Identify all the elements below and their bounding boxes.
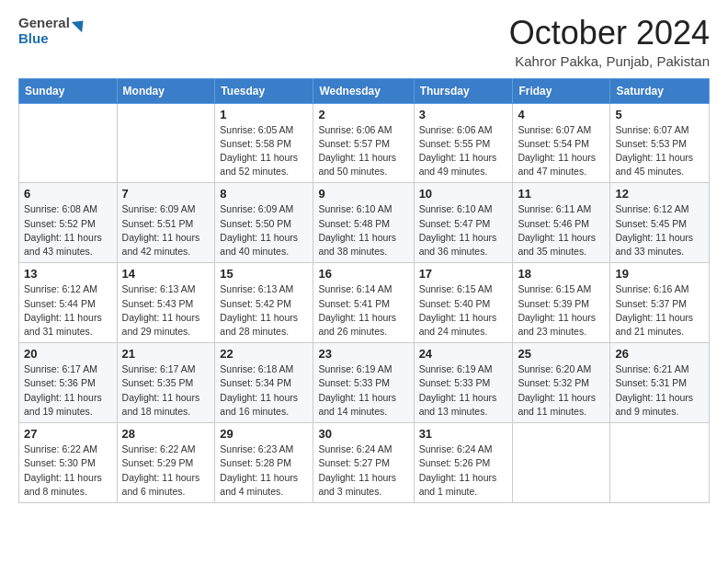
table-row: 31Sunrise: 6:24 AMSunset: 5:26 PMDayligh… [414,423,513,503]
day-number: 8 [220,187,308,201]
table-row: 18Sunrise: 6:15 AMSunset: 5:39 PMDayligh… [513,263,610,343]
col-thursday: Thursday [414,78,513,103]
day-number: 3 [419,108,508,121]
day-number: 6 [24,187,112,201]
day-number: 16 [318,267,408,281]
day-number: 17 [419,267,508,281]
day-info: Sunrise: 6:17 AMSunset: 5:36 PMDaylight:… [24,362,112,419]
table-row: 9Sunrise: 6:10 AMSunset: 5:48 PMDaylight… [313,183,414,263]
day-number: 4 [518,108,605,121]
day-info: Sunrise: 6:22 AMSunset: 5:29 PMDaylight:… [122,442,210,499]
day-info: Sunrise: 6:05 AMSunset: 5:58 PMDaylight:… [220,123,308,179]
table-row: 1Sunrise: 6:05 AMSunset: 5:58 PMDaylight… [215,103,313,183]
table-row: 14Sunrise: 6:13 AMSunset: 5:43 PMDayligh… [117,263,215,343]
day-info: Sunrise: 6:08 AMSunset: 5:52 PMDaylight:… [24,202,112,259]
col-monday: Monday [117,78,215,103]
table-row: 4Sunrise: 6:07 AMSunset: 5:54 PMDaylight… [513,103,610,183]
table-row: 8Sunrise: 6:09 AMSunset: 5:50 PMDaylight… [215,183,313,263]
table-row: 13Sunrise: 6:12 AMSunset: 5:44 PMDayligh… [19,263,118,343]
calendar-table: Sunday Monday Tuesday Wednesday Thursday… [18,78,710,503]
logo-text: General Blue [18,15,87,47]
table-row: 6Sunrise: 6:08 AMSunset: 5:52 PMDaylight… [19,183,118,263]
day-number: 29 [220,427,308,441]
table-row: 10Sunrise: 6:10 AMSunset: 5:47 PMDayligh… [414,183,513,263]
calendar-week-2: 6Sunrise: 6:08 AMSunset: 5:52 PMDaylight… [19,183,710,263]
col-saturday: Saturday [610,78,710,103]
table-row: 15Sunrise: 6:13 AMSunset: 5:42 PMDayligh… [215,263,313,343]
day-number: 1 [220,108,308,121]
day-info: Sunrise: 6:21 AMSunset: 5:31 PMDaylight:… [615,362,704,419]
day-info: Sunrise: 6:09 AMSunset: 5:51 PMDaylight:… [122,202,210,259]
table-row: 21Sunrise: 6:17 AMSunset: 5:35 PMDayligh… [117,343,215,423]
table-row: 12Sunrise: 6:12 AMSunset: 5:45 PMDayligh… [610,183,710,263]
logo-blue: Blue [18,30,87,46]
table-row [19,103,118,183]
day-info: Sunrise: 6:13 AMSunset: 5:42 PMDaylight:… [220,282,308,339]
calendar-week-5: 27Sunrise: 6:22 AMSunset: 5:30 PMDayligh… [19,423,710,503]
day-info: Sunrise: 6:17 AMSunset: 5:35 PMDaylight:… [122,362,210,419]
table-row: 16Sunrise: 6:14 AMSunset: 5:41 PMDayligh… [313,263,414,343]
table-row: 27Sunrise: 6:22 AMSunset: 5:30 PMDayligh… [19,423,118,503]
day-info: Sunrise: 6:15 AMSunset: 5:39 PMDaylight:… [518,282,605,339]
col-friday: Friday [513,78,610,103]
day-number: 28 [122,427,210,441]
day-info: Sunrise: 6:06 AMSunset: 5:55 PMDaylight:… [419,123,508,179]
day-number: 13 [24,267,112,281]
location: Kahror Pakka, Punjab, Pakistan [509,53,710,69]
table-row: 7Sunrise: 6:09 AMSunset: 5:51 PMDaylight… [117,183,215,263]
day-number: 9 [318,187,408,201]
table-row [117,103,215,183]
day-number: 14 [122,267,210,281]
table-row: 30Sunrise: 6:24 AMSunset: 5:27 PMDayligh… [313,423,414,503]
day-info: Sunrise: 6:10 AMSunset: 5:48 PMDaylight:… [318,202,408,259]
day-info: Sunrise: 6:07 AMSunset: 5:53 PMDaylight:… [615,123,704,179]
day-info: Sunrise: 6:13 AMSunset: 5:43 PMDaylight:… [122,282,210,339]
col-sunday: Sunday [19,78,118,103]
page: General Blue October 2024 Kahror Pakka, … [0,0,728,563]
day-number: 5 [615,108,704,121]
day-number: 25 [518,347,605,361]
day-info: Sunrise: 6:24 AMSunset: 5:27 PMDaylight:… [318,442,408,499]
table-row: 24Sunrise: 6:19 AMSunset: 5:33 PMDayligh… [414,343,513,423]
day-info: Sunrise: 6:18 AMSunset: 5:34 PMDaylight:… [220,362,308,419]
table-row: 19Sunrise: 6:16 AMSunset: 5:37 PMDayligh… [610,263,710,343]
day-number: 18 [518,267,605,281]
day-info: Sunrise: 6:12 AMSunset: 5:45 PMDaylight:… [615,202,704,259]
day-info: Sunrise: 6:23 AMSunset: 5:28 PMDaylight:… [220,442,308,499]
table-row: 26Sunrise: 6:21 AMSunset: 5:31 PMDayligh… [610,343,710,423]
day-number: 20 [24,347,112,361]
day-info: Sunrise: 6:22 AMSunset: 5:30 PMDaylight:… [24,442,112,499]
day-info: Sunrise: 6:19 AMSunset: 5:33 PMDaylight:… [419,362,508,419]
day-info: Sunrise: 6:07 AMSunset: 5:54 PMDaylight:… [518,123,605,179]
day-number: 23 [318,347,408,361]
day-number: 7 [122,187,210,201]
col-wednesday: Wednesday [313,78,414,103]
day-number: 19 [615,267,704,281]
calendar-week-4: 20Sunrise: 6:17 AMSunset: 5:36 PMDayligh… [19,343,710,423]
day-info: Sunrise: 6:20 AMSunset: 5:32 PMDaylight:… [518,362,605,419]
table-row: 29Sunrise: 6:23 AMSunset: 5:28 PMDayligh… [215,423,313,503]
day-number: 2 [318,108,408,121]
table-row: 28Sunrise: 6:22 AMSunset: 5:29 PMDayligh… [117,423,215,503]
table-row [513,423,610,503]
day-info: Sunrise: 6:14 AMSunset: 5:41 PMDaylight:… [318,282,408,339]
day-number: 22 [220,347,308,361]
day-info: Sunrise: 6:10 AMSunset: 5:47 PMDaylight:… [419,202,508,259]
table-row: 5Sunrise: 6:07 AMSunset: 5:53 PMDaylight… [610,103,710,183]
day-number: 12 [615,187,704,201]
day-number: 30 [318,427,408,441]
day-info: Sunrise: 6:09 AMSunset: 5:50 PMDaylight:… [220,202,308,259]
day-info: Sunrise: 6:15 AMSunset: 5:40 PMDaylight:… [419,282,508,339]
day-number: 27 [24,427,112,441]
day-number: 31 [419,427,508,441]
table-row: 3Sunrise: 6:06 AMSunset: 5:55 PMDaylight… [414,103,513,183]
col-tuesday: Tuesday [215,78,313,103]
table-row: 25Sunrise: 6:20 AMSunset: 5:32 PMDayligh… [513,343,610,423]
day-number: 11 [518,187,605,201]
table-row: 2Sunrise: 6:06 AMSunset: 5:57 PMDaylight… [313,103,414,183]
table-row: 22Sunrise: 6:18 AMSunset: 5:34 PMDayligh… [215,343,313,423]
day-info: Sunrise: 6:12 AMSunset: 5:44 PMDaylight:… [24,282,112,339]
table-row: 11Sunrise: 6:11 AMSunset: 5:46 PMDayligh… [513,183,610,263]
logo-general: General [18,15,87,30]
day-number: 24 [419,347,508,361]
